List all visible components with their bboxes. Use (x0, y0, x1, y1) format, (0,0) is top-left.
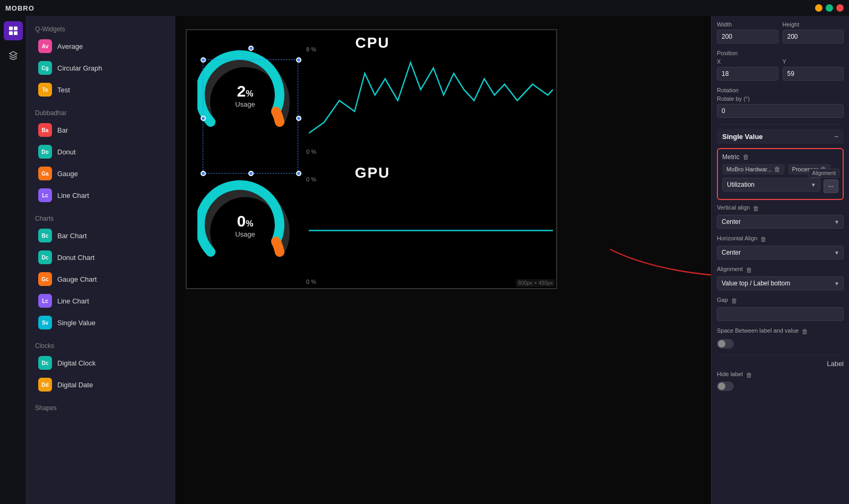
metric-tag-hardware[interactable]: MoBro Hardwar... 🗑 (722, 164, 785, 175)
icon-sidebar (0, 16, 27, 504)
sidebar-item-test[interactable]: Te Test (30, 79, 171, 100)
gap-del[interactable]: 🗑 (731, 297, 738, 305)
badge-donut: Do (38, 145, 52, 159)
space-between-toggle-knob (718, 340, 725, 347)
cpu-chart-y-bot: 0 % (306, 149, 316, 155)
vertical-align-select[interactable]: Center (717, 215, 844, 229)
handle-bl[interactable] (201, 171, 206, 176)
utilization-select-wrapper: Utilization ▼ (722, 178, 820, 192)
cpu-usage-label: Usage (235, 100, 255, 108)
sidebar-item-donut[interactable]: Do Donut (30, 141, 171, 162)
canvas-container: CPU 2% Usage (186, 29, 557, 289)
section-title-charts: Charts (27, 211, 175, 224)
metric-delete-btn[interactable]: 🗑 (743, 153, 749, 161)
handle-br[interactable] (296, 171, 301, 176)
handle-tl[interactable] (201, 57, 206, 63)
titlebar: MOBRO (0, 0, 849, 16)
x-input[interactable] (717, 67, 778, 81)
hide-label-row: Hide label 🗑 (717, 371, 844, 379)
rotate-sublabel: Rotate by (°) (717, 95, 844, 102)
vertical-align-group: Vertical align 🗑 Center ▼ (717, 204, 844, 229)
metric-label: Metric (722, 153, 740, 161)
metric-tag-hardware-del[interactable]: 🗑 (774, 166, 781, 173)
handle-tc[interactable] (248, 46, 254, 51)
minimize-button[interactable] (815, 4, 822, 12)
gpu-chart-y-top: 0 % (306, 176, 316, 183)
gpu-donut-widget: 0% Usage (187, 160, 304, 290)
alignment-label-row: Alignment 🗑 (717, 266, 844, 274)
hide-label-del[interactable]: 🗑 (746, 371, 752, 379)
section-dubbadhar: Dubbadhar Ba Bar Do Donut Ga Gauge Lc Li… (27, 105, 175, 206)
width-input[interactable] (717, 30, 778, 44)
label-circular-graph: Circular Graph (57, 64, 102, 72)
space-between-label-row: Space Between label and value 🗑 (717, 327, 844, 336)
canvas-area[interactable]: CPU 2% Usage (175, 16, 711, 504)
badge-circular-graph: Cg (38, 61, 52, 75)
space-between-del[interactable]: 🗑 (802, 328, 808, 335)
alignment-del[interactable]: 🗑 (746, 266, 752, 274)
label-gauge-chart: Gauge Chart (57, 275, 97, 283)
sidebar-item-bar[interactable]: Ba Bar (30, 119, 171, 141)
handle-ml[interactable] (201, 116, 206, 121)
y-input[interactable] (783, 67, 844, 81)
prop-group-position: Position X Y (717, 50, 844, 81)
badge-gauge: Ga (38, 167, 52, 180)
hide-label-text: Hide label (717, 371, 743, 377)
close-button[interactable] (836, 4, 844, 12)
sidebar-item-circular-graph[interactable]: Cg Circular Graph (30, 57, 171, 79)
sidebar-item-gauge-chart[interactable]: Gc Gauge Chart (30, 268, 171, 290)
size-row: Width Height (717, 21, 844, 44)
section-shapes: Shapes (27, 400, 175, 414)
cpu-chart-area: 8 % 0 % (304, 30, 558, 160)
space-between-toggle[interactable] (717, 339, 734, 349)
sidebar-item-digital-date[interactable]: Dd Digital Date (30, 374, 171, 395)
vertical-align-del[interactable]: 🗑 (753, 205, 759, 212)
badge-digital-clock: Dc (38, 356, 52, 370)
single-value-collapse-btn[interactable]: − (834, 132, 838, 141)
maximize-button[interactable] (826, 4, 833, 12)
svg-rect-3 (14, 31, 18, 35)
horizontal-align-del[interactable]: 🗑 (760, 236, 767, 243)
badge-gauge-chart: Gc (38, 272, 52, 286)
alignment-tooltip: Alignment (809, 169, 839, 178)
horizontal-align-select[interactable]: Center (717, 246, 844, 259)
main-layout: Q-Widgets Av Average Cg Circular Graph T… (0, 16, 849, 504)
handle-bc[interactable] (248, 171, 254, 176)
rotation-input[interactable] (717, 104, 844, 118)
label-digital-date: Digital Date (57, 381, 93, 389)
gpu-chart-area: 0 % 0 % (304, 160, 558, 290)
height-input[interactable] (783, 30, 844, 44)
section-clocks: Clocks Dc Digital Clock Dd Digital Date (27, 338, 175, 395)
three-dots-btn[interactable]: ··· (824, 179, 838, 193)
alignment-select-wrapper: Value top / Label bottom ▼ (717, 276, 844, 290)
section-title-dubbadhar: Dubbadhar (27, 105, 175, 119)
sidebar-item-gauge[interactable]: Ga Gauge (30, 163, 171, 184)
handle-tr[interactable] (296, 57, 301, 63)
sidebar-item-line-chart[interactable]: Lc Line Chart (30, 290, 171, 311)
alignment-select[interactable]: Value top / Label bottom (717, 276, 844, 290)
sidebar-item-donut-chart[interactable]: Dc Donut Chart (30, 247, 171, 268)
badge-bar-chart: Bc (38, 229, 52, 242)
sidebar-item-bar-chart[interactable]: Bc Bar Chart (30, 225, 171, 246)
sidebar-item-line-chart-dub[interactable]: Lc Line Chart (30, 185, 171, 206)
sidebar-item-single-value[interactable]: Sv Single Value (30, 312, 171, 333)
three-dots-wrapper: ··· Alignment (824, 179, 838, 193)
label-digital-clock: Digital Clock (57, 359, 96, 367)
handle-mr[interactable] (296, 116, 301, 121)
gap-input[interactable] (717, 307, 844, 321)
utilization-select[interactable]: Utilization (722, 178, 820, 192)
horizontal-align-group: Horizontal Align 🗑 Center ▼ (717, 235, 844, 259)
single-value-header: Single Value − (717, 129, 844, 144)
badge-single-value: Sv (38, 316, 52, 329)
height-group: Height (783, 21, 844, 44)
hide-label-toggle[interactable] (717, 381, 734, 391)
label-average: Average (57, 42, 83, 50)
sidebar-icon-grid[interactable] (4, 21, 23, 40)
single-value-title: Single Value (722, 133, 763, 141)
sidebar-item-digital-clock[interactable]: Dc Digital Clock (30, 352, 171, 373)
space-between-label: Space Between label and value (717, 327, 799, 334)
sidebar-item-average[interactable]: Av Average (30, 36, 171, 57)
alignment-label2: Alignment (717, 266, 743, 272)
widget-sidebar: Q-Widgets Av Average Cg Circular Graph T… (27, 16, 175, 504)
sidebar-icon-layers[interactable] (4, 46, 23, 65)
